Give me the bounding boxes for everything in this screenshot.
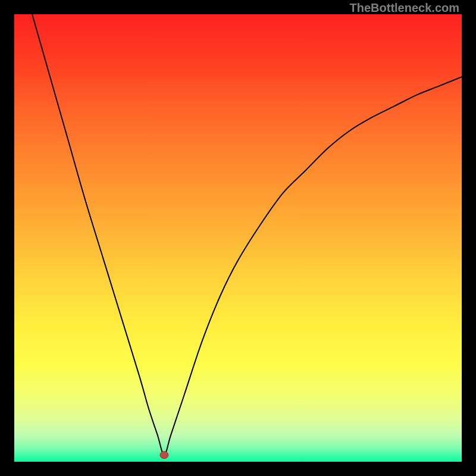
watermark-text: TheBottleneck.com [350, 1, 459, 15]
chart-frame: TheBottleneck.com [0, 0, 476, 476]
plot-area [14, 14, 462, 462]
optimal-point-marker [160, 452, 168, 459]
bottleneck-curve [32, 14, 462, 455]
curve-layer [14, 14, 462, 462]
